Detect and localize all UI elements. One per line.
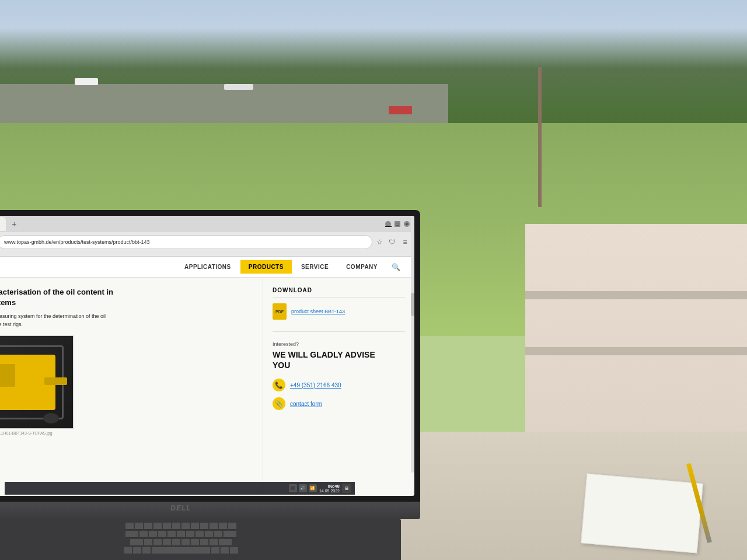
taskbar-system-icons: ⬛ 🔊 📶 bbox=[289, 484, 317, 492]
truck1 bbox=[75, 78, 98, 85]
keyboard-row-4 bbox=[0, 547, 397, 554]
key[interactable] bbox=[130, 539, 143, 546]
laptop-screen: 🌐 BBT 143 - × + ─ □ × ← → ↻ bbox=[0, 216, 414, 496]
download-section-title: DOWNLOAD bbox=[273, 287, 405, 298]
taskbar-icon-2[interactable]: 🔊 bbox=[299, 484, 307, 492]
website-content: APPLICATIONS PRODUCTS SERVICE COMPANY 🔍 bbox=[0, 257, 414, 496]
key[interactable] bbox=[125, 531, 138, 538]
nav-applications[interactable]: APPLICATIONS bbox=[176, 260, 239, 274]
scrollbar-track[interactable] bbox=[411, 257, 414, 473]
key[interactable] bbox=[191, 523, 199, 530]
keyboard-row-2 bbox=[0, 531, 397, 538]
key[interactable] bbox=[200, 523, 208, 530]
key[interactable] bbox=[172, 523, 180, 530]
download-section: DOWNLOAD PDF product sheet BBT-143 bbox=[273, 287, 405, 320]
bookmark-icon[interactable]: ☆ bbox=[375, 237, 384, 247]
key[interactable] bbox=[177, 531, 185, 538]
address-bar[interactable]: www.topas-gmbh.de/en/products/test-syste… bbox=[0, 235, 372, 249]
left-content-panel: for the characterisation of the oil cont… bbox=[0, 278, 263, 496]
key[interactable] bbox=[163, 539, 171, 546]
main-content-area: for the characterisation of the oil cont… bbox=[0, 278, 414, 496]
download-item[interactable]: PDF product sheet BBT-143 bbox=[273, 303, 405, 320]
url-text: www.topas-gmbh.de/en/products/test-syste… bbox=[4, 239, 150, 245]
key[interactable] bbox=[153, 539, 162, 546]
taskbar: ⬛ 🔊 📶 06:48 14.09.2022 🖥 bbox=[5, 482, 355, 495]
key[interactable] bbox=[167, 531, 176, 538]
taskbar-notification[interactable]: 🖥 bbox=[342, 484, 351, 493]
window-minimize[interactable]: ─ bbox=[385, 221, 391, 227]
laptop-base: DELL bbox=[0, 502, 420, 519]
key[interactable] bbox=[163, 523, 171, 530]
nav-service[interactable]: SERVICE bbox=[293, 260, 337, 274]
key[interactable] bbox=[191, 539, 199, 546]
taskbar-icon-1[interactable]: ⬛ bbox=[289, 484, 297, 492]
contact-form-link[interactable]: contact form bbox=[290, 401, 322, 407]
menu-icon[interactable]: ≡ bbox=[400, 237, 410, 247]
spacebar[interactable] bbox=[152, 547, 210, 554]
road bbox=[0, 84, 448, 129]
laptop-keyboard bbox=[0, 519, 401, 560]
image-caption: .../P0811_BBT143/P0811H01-BBT143-S-TOPAS… bbox=[0, 431, 253, 435]
key[interactable] bbox=[224, 531, 236, 538]
download-link[interactable]: product sheet BBT-143 bbox=[291, 309, 345, 314]
product-image-container bbox=[0, 335, 74, 429]
key[interactable] bbox=[172, 539, 180, 546]
taskbar-time: 06:48 bbox=[319, 484, 340, 489]
contact-headline: WE WILL GLADLY ADVISE YOU bbox=[273, 349, 405, 370]
key[interactable] bbox=[221, 547, 229, 554]
nav-products[interactable]: PRODUCTS bbox=[240, 260, 292, 274]
contact-section: Interested? WE WILL GLADLY ADVISE YOU 📞 … bbox=[273, 341, 405, 410]
site-navigation: APPLICATIONS PRODUCTS SERVICE COMPANY 🔍 bbox=[0, 257, 414, 278]
key[interactable] bbox=[186, 531, 194, 538]
product-machine-image bbox=[0, 336, 73, 428]
keyboard-row-3 bbox=[0, 539, 397, 546]
key[interactable] bbox=[133, 547, 141, 554]
browser-tab-bar: 🌐 BBT 143 - × + ─ □ × bbox=[0, 216, 414, 232]
phone-icon: 📞 bbox=[273, 379, 285, 391]
building bbox=[389, 106, 412, 114]
key[interactable] bbox=[205, 531, 213, 538]
taskbar-icon-3[interactable]: 📶 bbox=[309, 484, 317, 492]
key[interactable] bbox=[135, 523, 143, 530]
contact-form-item: 📎 contact form bbox=[273, 397, 405, 410]
machine-detail1 bbox=[0, 364, 15, 387]
window-close[interactable]: × bbox=[404, 221, 410, 227]
key[interactable] bbox=[139, 531, 148, 538]
shield-icon[interactable]: 🛡 bbox=[388, 237, 397, 247]
key[interactable] bbox=[158, 531, 166, 538]
taskbar-clock: 06:48 14.09.2022 bbox=[319, 484, 340, 493]
key[interactable] bbox=[211, 547, 219, 554]
machine-tube bbox=[44, 377, 68, 385]
notepad bbox=[581, 474, 703, 554]
key[interactable] bbox=[230, 547, 238, 554]
key[interactable] bbox=[214, 531, 222, 538]
key[interactable] bbox=[181, 523, 190, 530]
laptop: 🌐 BBT 143 - × + ─ □ × ← → ↻ bbox=[0, 210, 420, 560]
key[interactable] bbox=[181, 539, 190, 546]
divider bbox=[273, 331, 405, 332]
key[interactable] bbox=[149, 531, 157, 538]
key[interactable] bbox=[196, 531, 204, 538]
truck2 bbox=[224, 84, 253, 90]
key[interactable] bbox=[125, 523, 134, 530]
key[interactable] bbox=[153, 523, 162, 530]
key[interactable] bbox=[210, 539, 218, 546]
key[interactable] bbox=[210, 523, 218, 530]
nav-search-icon[interactable]: 🔍 bbox=[387, 261, 405, 274]
nav-company[interactable]: COMPANY bbox=[338, 260, 386, 274]
window-restore[interactable]: □ bbox=[395, 221, 400, 227]
key[interactable] bbox=[228, 523, 236, 530]
machine-wheel-right bbox=[43, 413, 60, 424]
browser-tab-active[interactable]: 🌐 BBT 143 - × bbox=[0, 217, 6, 231]
key[interactable] bbox=[219, 539, 232, 546]
scrollbar-thumb[interactable] bbox=[411, 293, 414, 316]
key[interactable] bbox=[142, 547, 151, 554]
phone-number[interactable]: +49 (351) 2166 430 bbox=[290, 382, 341, 388]
key[interactable] bbox=[144, 539, 152, 546]
new-tab-button[interactable]: + bbox=[8, 218, 20, 230]
contact-form-icon: 📎 bbox=[273, 397, 285, 410]
key[interactable] bbox=[219, 523, 227, 530]
key[interactable] bbox=[200, 539, 208, 546]
key[interactable] bbox=[124, 547, 132, 554]
key[interactable] bbox=[144, 523, 152, 530]
